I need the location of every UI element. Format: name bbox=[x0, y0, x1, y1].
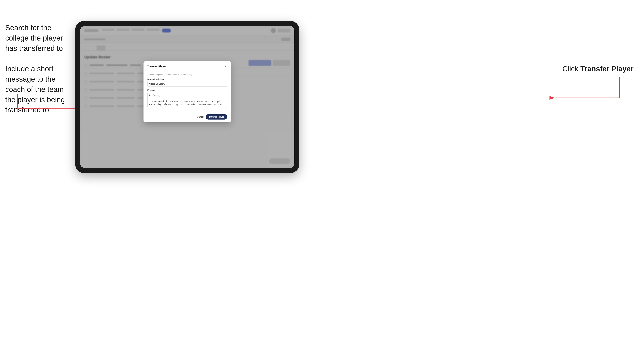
transfer-player-modal: Transfer Player × Transfer the player an… bbox=[144, 61, 231, 122]
modal-close-button[interactable]: × bbox=[223, 64, 227, 68]
modal-subtitle: Transfer the player and their profile to… bbox=[147, 74, 227, 76]
transfer-player-button[interactable]: Transfer Player bbox=[206, 114, 227, 120]
search-college-label: Search for College bbox=[147, 78, 227, 80]
tablet-device: Update Roster bbox=[75, 21, 299, 173]
message-textarea[interactable]: Hi Coach, I understand Chris Robertson h… bbox=[147, 92, 227, 108]
tablet-screen: Update Roster bbox=[80, 26, 294, 168]
modal-header: Transfer Player × bbox=[144, 61, 231, 71]
message-label: Message bbox=[147, 89, 227, 91]
annotation-transfer-label: Transfer Player bbox=[580, 65, 634, 73]
modal-footer: Cancel Transfer Player bbox=[144, 112, 231, 122]
cancel-button[interactable]: Cancel bbox=[197, 116, 204, 118]
modal-title: Transfer Player bbox=[147, 65, 166, 68]
annotation-click-label: Click bbox=[562, 65, 578, 73]
modal-overlay: Transfer Player × Transfer the player an… bbox=[80, 26, 294, 168]
annotation-right: Click Transfer Player bbox=[562, 65, 634, 73]
search-college-input[interactable] bbox=[147, 81, 227, 87]
modal-body: Transfer the player and their profile to… bbox=[144, 71, 231, 112]
annotation-search-text: Search for the college the player has tr… bbox=[5, 23, 74, 53]
arrow-right-to-button bbox=[550, 77, 634, 112]
